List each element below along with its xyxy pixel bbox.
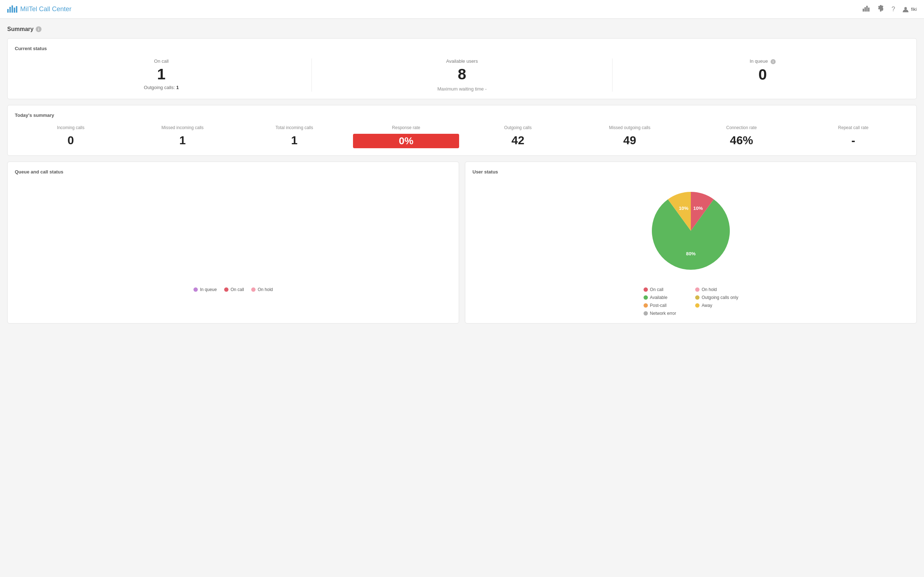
- queue-legend: In queueOn callOn hold: [194, 287, 273, 292]
- todays-item-value: 0%: [353, 134, 459, 148]
- svg-text:10%: 10%: [679, 206, 689, 211]
- todays-item: Response rate0%: [350, 125, 462, 148]
- legend-dot: [224, 287, 228, 292]
- svg-rect-8: [868, 8, 869, 11]
- page-title: Summary i: [7, 26, 917, 32]
- username: fiki: [911, 6, 917, 12]
- user-legend-item: On hold: [695, 287, 738, 292]
- svg-rect-6: [864, 7, 866, 11]
- available-users-label: Available users: [315, 58, 609, 64]
- max-wait-time: Maximum waiting time -: [315, 86, 609, 92]
- svg-rect-3: [14, 8, 15, 13]
- legend-dot: [695, 303, 699, 308]
- svg-rect-5: [863, 9, 864, 11]
- todays-item-value: 1: [129, 134, 236, 147]
- todays-item-label: Total incoming calls: [241, 125, 347, 130]
- todays-item-value: 0: [18, 134, 124, 147]
- legend-label: Network error: [650, 311, 677, 316]
- svg-point-9: [905, 7, 907, 10]
- in-queue-status: In queue i 0: [616, 58, 909, 82]
- legend-dot: [643, 295, 648, 300]
- user-legend-item: Outgoing calls only: [695, 295, 738, 300]
- logo: MiITel Call Center: [7, 4, 71, 15]
- todays-item: Total incoming calls1: [239, 125, 351, 148]
- user-pie-svg: 10%80%10%: [648, 187, 734, 274]
- todays-item-label: Response rate: [353, 125, 459, 130]
- summary-info-icon[interactable]: i: [36, 26, 42, 32]
- on-call-status: On call 1 Outgoing calls: 1: [15, 58, 308, 90]
- user-legend-item: Post-call: [643, 303, 687, 308]
- todays-item: Missed outgoing calls49: [574, 125, 686, 148]
- todays-item: Missed incoming calls1: [127, 125, 239, 148]
- todays-summary-label: Today's summary: [15, 113, 909, 118]
- legend-label: On hold: [702, 287, 717, 292]
- queue-pie-svg: 100%: [190, 187, 276, 274]
- legend-label: Outgoing calls only: [702, 295, 738, 300]
- on-call-label: On call: [15, 58, 308, 64]
- svg-rect-7: [866, 6, 868, 11]
- todays-item: Outgoing calls42: [462, 125, 574, 148]
- todays-item: Repeat call rate-: [797, 125, 909, 148]
- legend-dot: [643, 311, 648, 316]
- user-status-chart-card: User status 10%80%10% On callOn holdAvai…: [465, 161, 917, 324]
- legend-label: Post-call: [650, 303, 667, 308]
- todays-item-label: Connection rate: [689, 125, 795, 130]
- main-content: Summary i Current status On call 1 Outgo…: [0, 19, 924, 331]
- current-status-card: Current status On call 1 Outgoing calls:…: [7, 38, 917, 99]
- legend-dot: [194, 287, 198, 292]
- todays-summary-grid: Incoming calls0Missed incoming calls1Tot…: [15, 125, 909, 148]
- todays-item-label: Incoming calls: [18, 125, 124, 130]
- user-legend-item: Away: [695, 303, 738, 308]
- in-queue-label: In queue i: [616, 58, 909, 64]
- svg-rect-1: [10, 7, 11, 13]
- todays-item-value: -: [800, 134, 906, 147]
- svg-text:80%: 80%: [686, 251, 696, 256]
- user-status-chart-title: User status: [472, 169, 909, 174]
- todays-item: Connection rate46%: [686, 125, 798, 148]
- available-users-status: Available users 8 Maximum waiting time -: [315, 58, 609, 92]
- in-queue-info-icon[interactable]: i: [771, 59, 775, 64]
- header: MiITel Call Center ? fiki: [0, 0, 924, 19]
- legend-label: On call: [231, 287, 244, 292]
- queue-chart-title: Queue and call status: [15, 169, 452, 174]
- settings-icon[interactable]: [877, 5, 884, 14]
- user-status-pie-chart: 10%80%10%: [648, 187, 734, 274]
- in-queue-value: 0: [616, 67, 909, 82]
- available-users-value: 8: [315, 67, 609, 82]
- logo-text: MiITel Call Center: [20, 5, 71, 13]
- legend-label: Available: [650, 295, 667, 300]
- legend-dot: [251, 287, 255, 292]
- queue-legend-item: On hold: [251, 287, 273, 292]
- svg-rect-0: [7, 9, 9, 13]
- legend-dot: [643, 287, 648, 292]
- user-legend-item: Network error: [643, 311, 687, 316]
- todays-item-value: 42: [465, 134, 571, 147]
- todays-item-value: 46%: [689, 134, 795, 147]
- todays-item-label: Missed incoming calls: [129, 125, 236, 130]
- user-legend-item: On call: [643, 287, 687, 292]
- legend-dot: [695, 295, 699, 300]
- svg-rect-4: [16, 6, 17, 13]
- header-actions: ? fiki: [863, 5, 917, 14]
- todays-item-label: Outgoing calls: [465, 125, 571, 130]
- queue-chart-area: 100% In queueOn callOn hold: [15, 180, 452, 292]
- analytics-icon[interactable]: [863, 5, 870, 13]
- charts-row: Queue and call status 100% In queueOn ca…: [7, 161, 917, 324]
- user-menu[interactable]: fiki: [902, 6, 917, 13]
- todays-item: Incoming calls0: [15, 125, 127, 148]
- divider-1: [312, 58, 312, 92]
- legend-label: In queue: [200, 287, 217, 292]
- queue-pie-chart: 100%: [190, 187, 276, 274]
- current-status-grid: On call 1 Outgoing calls: 1 Available us…: [15, 58, 909, 92]
- todays-item-value: 1: [241, 134, 347, 147]
- help-icon[interactable]: ?: [892, 5, 895, 13]
- legend-dot: [695, 287, 699, 292]
- current-status-label: Current status: [15, 46, 909, 51]
- queue-legend-item: On call: [224, 287, 244, 292]
- todays-item-label: Missed outgoing calls: [577, 125, 683, 130]
- todays-summary-card: Today's summary Incoming calls0Missed in…: [7, 105, 917, 156]
- svg-text:10%: 10%: [693, 206, 703, 211]
- todays-item-label: Repeat call rate: [800, 125, 906, 130]
- queue-legend-item: In queue: [194, 287, 217, 292]
- user-status-legend: On callOn holdAvailableOutgoing calls on…: [643, 287, 738, 316]
